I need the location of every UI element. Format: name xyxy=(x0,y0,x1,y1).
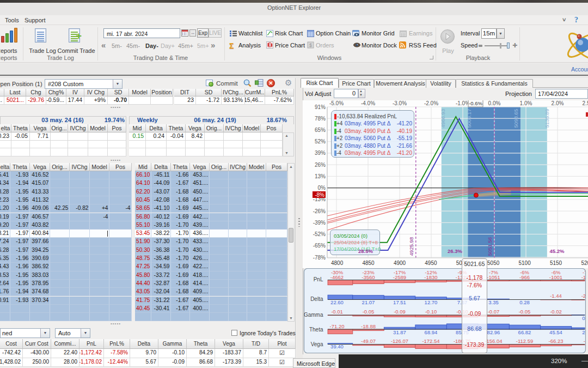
svg-text:31.87: 31.87 xyxy=(393,329,406,335)
svg-text:-0.05: -0.05 xyxy=(363,309,375,315)
svg-text:-2.0%: -2.0% xyxy=(424,100,438,106)
svg-text:-1.44: -1.44 xyxy=(550,293,562,299)
svg-text:-0.02: -0.02 xyxy=(550,309,562,315)
svg-text:-1830: -1830 xyxy=(424,274,437,280)
svg-text:4900: 4900 xyxy=(394,260,406,266)
svg-text:-1051: -1051 xyxy=(487,274,500,280)
svg-text:0.01: 0.01 xyxy=(582,315,588,321)
svg-text:-0.07: -0.07 xyxy=(488,309,500,315)
svg-text:$: $ xyxy=(309,43,312,48)
svg-text:-1.0%: -1.0% xyxy=(456,100,470,106)
svg-text:17.51: 17.51 xyxy=(393,299,406,305)
svg-text:66.82: 66.82 xyxy=(518,329,531,335)
svg-text:22.60: 22.60 xyxy=(330,299,344,305)
svg-text:45.2%: 45.2% xyxy=(550,248,565,254)
svg-text:91%: 91% xyxy=(315,104,326,110)
svg-text:5200: 5200 xyxy=(581,260,588,266)
svg-text:-112.59: -112.59 xyxy=(516,338,534,344)
svg-text:-18.88: -18.88 xyxy=(361,323,376,329)
svg-text:39.40: 39.40 xyxy=(330,343,344,349)
svg-text:45.54: 45.54 xyxy=(549,329,562,335)
svg-text:78%: 78% xyxy=(315,116,326,122)
svg-text:5051.56: 5051.56 xyxy=(487,237,493,256)
svg-text:5050: 5050 xyxy=(487,260,500,266)
svg-text:-1,06: -1,06 xyxy=(581,274,588,280)
svg-text:-0.05: -0.05 xyxy=(519,309,531,315)
svg-text:4800: 4800 xyxy=(331,260,344,266)
svg-text:-2589: -2589 xyxy=(393,274,406,280)
svg-text:-78%: -78% xyxy=(313,255,326,261)
svg-text:4950: 4950 xyxy=(425,260,437,266)
svg-text:-2.15: -2.15 xyxy=(581,293,588,299)
svg-text:0.0%: 0.0% xyxy=(488,100,501,106)
svg-text:-65%: -65% xyxy=(313,243,326,249)
svg-text:5093.65: 5093.65 xyxy=(513,109,519,128)
svg-text:4966.93: 4966.93 xyxy=(440,109,446,128)
svg-text:5135.89: 5135.89 xyxy=(544,109,550,128)
svg-text:-966: -966 xyxy=(519,274,530,280)
svg-text:-3.0%: -3.0% xyxy=(393,100,407,106)
svg-text:26.3%: 26.3% xyxy=(448,248,462,254)
svg-text:-66.23: -66.23 xyxy=(549,338,564,344)
svg-text:5100: 5100 xyxy=(518,260,531,266)
svg-text:12.70: 12.70 xyxy=(425,299,438,305)
svg-text:1.0%: 1.0% xyxy=(520,100,532,106)
svg-text:-126.07: -126.07 xyxy=(391,338,408,344)
svg-text:-49.07: -49.07 xyxy=(361,338,376,344)
svg-text:-156.04: -156.04 xyxy=(485,338,502,344)
svg-text:39%: 39% xyxy=(315,150,326,156)
svg-text:-4.0%: -4.0% xyxy=(361,100,375,106)
svg-text:65%: 65% xyxy=(315,127,326,133)
svg-text:-0.6%: -0.6% xyxy=(469,100,482,106)
svg-text:-52%: -52% xyxy=(313,231,326,237)
svg-text:-39%: -39% xyxy=(313,220,326,226)
svg-text:21.07: 21.07 xyxy=(362,299,375,305)
svg-text:3.35: 3.35 xyxy=(488,299,499,305)
svg-text:5150: 5150 xyxy=(550,260,562,266)
svg-text:-5.0%: -5.0% xyxy=(329,100,344,106)
svg-text:Gamma: Gamma xyxy=(304,312,323,318)
svg-text:4850: 4850 xyxy=(362,260,375,266)
svg-text:-0.01: -0.01 xyxy=(331,309,343,315)
svg-text:-1001: -1001 xyxy=(549,274,562,280)
svg-text:-71.20: -71.20 xyxy=(330,323,345,329)
svg-text:-8%: -8% xyxy=(315,192,324,198)
svg-text:5009.17: 5009.17 xyxy=(466,109,472,128)
svg-text:25.5: 25.5 xyxy=(582,329,588,335)
svg-text:Theta: Theta xyxy=(309,327,323,333)
svg-text:PnL: PnL xyxy=(314,276,323,282)
svg-text:26%: 26% xyxy=(315,162,326,168)
svg-text:Delta: Delta xyxy=(310,296,323,302)
svg-text:0.28: 0.28 xyxy=(519,299,530,305)
svg-text:0%: 0% xyxy=(318,185,326,191)
svg-text:2.0%: 2.0% xyxy=(552,100,564,106)
svg-text:-26%: -26% xyxy=(313,208,326,214)
svg-text:52%: 52% xyxy=(315,138,326,144)
svg-text:-172.54: -172.54 xyxy=(422,338,439,344)
svg-text:-4662: -4662 xyxy=(330,274,344,280)
svg-text:82.96: 82.96 xyxy=(487,329,500,335)
svg-text:2.5%: 2.5% xyxy=(583,100,588,106)
svg-text:Vega: Vega xyxy=(311,341,323,347)
svg-text:-0.09: -0.09 xyxy=(394,309,406,315)
svg-text:68.94: 68.94 xyxy=(425,329,438,335)
svg-text:-0.10: -0.10 xyxy=(425,309,437,315)
svg-text:13%: 13% xyxy=(315,173,326,179)
svg-text:4925.98: 4925.98 xyxy=(408,237,414,256)
svg-text:-3560: -3560 xyxy=(362,274,375,280)
